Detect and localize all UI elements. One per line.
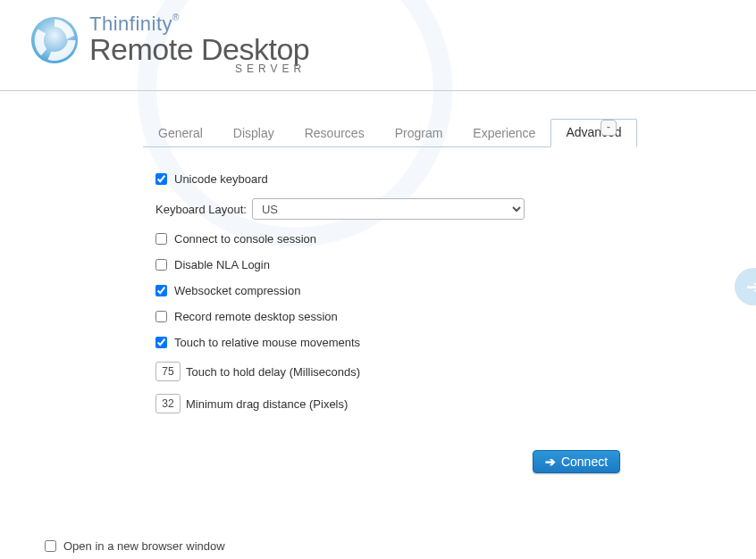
- connect-console-checkbox[interactable]: [155, 233, 167, 245]
- connect-console-label: Connect to console session: [174, 232, 316, 246]
- connect-button[interactable]: ➔ Connect: [533, 450, 620, 473]
- collapse-button[interactable]: -: [601, 120, 617, 136]
- keyboard-layout-select[interactable]: US: [252, 198, 525, 220]
- tab-advanced[interactable]: Advanced: [550, 119, 636, 147]
- touch-hold-delay-input[interactable]: [155, 362, 181, 381]
- touch-relative-label: Touch to relative mouse movements: [174, 336, 360, 349]
- websocket-compression-checkbox[interactable]: [155, 285, 167, 296]
- tab-resources[interactable]: Resources: [290, 120, 380, 147]
- keyboard-layout-label: Keyboard Layout:: [155, 203, 247, 216]
- unicode-keyboard-label: Unicode keyboard: [174, 172, 268, 186]
- connect-button-label: Connect: [561, 455, 608, 469]
- arrow-right-icon: ➔: [545, 455, 556, 469]
- logo-icon: [27, 11, 82, 70]
- footer: Open in a new browser window: [45, 539, 225, 553]
- touch-relative-checkbox[interactable]: [155, 337, 167, 348]
- tab-general[interactable]: General: [143, 120, 218, 147]
- open-new-window-label: Open in a new browser window: [63, 539, 225, 553]
- brand-subtitle: Remote Desktop: [89, 34, 309, 64]
- tab-program[interactable]: Program: [380, 120, 458, 147]
- websocket-compression-label: Websocket compression: [174, 284, 300, 297]
- min-drag-distance-input[interactable]: [155, 394, 181, 413]
- disable-nla-label: Disable NLA Login: [174, 258, 270, 271]
- arrow-right-icon: ➔: [746, 276, 757, 297]
- header: Thinfinity® Remote Desktop SERVER: [0, 0, 756, 91]
- tab-experience[interactable]: Experience: [458, 120, 550, 147]
- touch-hold-delay-label: Touch to hold delay (Milliseconds): [186, 365, 360, 379]
- advanced-panel: Unicode keyboard Keyboard Layout: US Con…: [155, 172, 602, 413]
- min-drag-distance-label: Minimum drag distance (Pixels): [186, 397, 348, 411]
- side-arrow-button[interactable]: ➔: [735, 268, 756, 305]
- record-session-checkbox[interactable]: [155, 311, 167, 322]
- disable-nla-checkbox[interactable]: [155, 259, 167, 271]
- tabs: General Display Resources Program Experi…: [143, 118, 617, 147]
- logo: Thinfinity® Remote Desktop SERVER: [27, 7, 756, 75]
- tab-display[interactable]: Display: [218, 120, 290, 147]
- open-new-window-checkbox[interactable]: [45, 540, 56, 552]
- record-session-label: Record remote desktop session: [174, 310, 338, 323]
- unicode-keyboard-checkbox[interactable]: [155, 173, 167, 185]
